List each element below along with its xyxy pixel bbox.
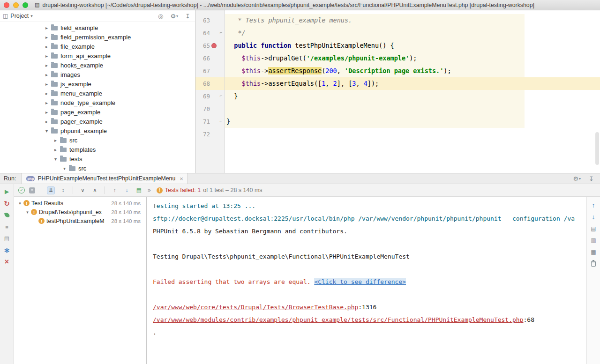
show-passed-button[interactable]: ✓ — [18, 187, 25, 193]
chevron-right-icon[interactable]: ▸ — [52, 138, 59, 143]
chevron-right-icon[interactable]: ▸ — [52, 147, 59, 152]
run-tab[interactable]: php PHPUnitExampleMenuTest.testPhpUnitEx… — [22, 173, 188, 184]
code-token: * Tests phpunit_example menus. — [226, 16, 352, 24]
chevron-right-icon[interactable]: ▸ — [44, 119, 50, 124]
clear-console-button[interactable] — [589, 260, 598, 267]
test-tree-item[interactable]: ▾!Test Results28 s 140 ms — [14, 199, 146, 208]
toggle-auto-test-button[interactable] — [3, 211, 11, 219]
tree-item-images[interactable]: ▸images — [0, 70, 195, 79]
editor-gutter: 71⌐ — [195, 115, 225, 128]
pin-tab-button[interactable]: ∗ — [3, 246, 11, 254]
main-area: ◫ Project ▾ ◎⚙▾↧ ▸field_example▸field_pe… — [0, 10, 600, 173]
close-button[interactable]: × — [3, 258, 11, 266]
print-button[interactable]: ▦ — [589, 248, 598, 256]
chevron-right-icon[interactable]: ▸ — [44, 63, 50, 68]
chevron-right-icon[interactable]: ▸ — [44, 35, 50, 40]
fold-marker-icon[interactable]: ⌐ — [220, 115, 222, 128]
sort-alphabetically-button[interactable]: ↕ — [59, 186, 67, 194]
previous-failed-test-button[interactable]: ↑ — [111, 186, 119, 194]
chevron-right-icon[interactable]: ▸ — [44, 53, 50, 59]
locate-file-icon[interactable]: ◎ — [158, 13, 163, 20]
folder-icon — [60, 138, 67, 143]
editor-gutter: 72 — [195, 128, 225, 141]
tree-item-tests[interactable]: ▾tests — [0, 154, 195, 163]
rerun-button[interactable]: ▶ — [3, 188, 11, 195]
chevron-down-icon[interactable]: ▾ — [61, 166, 68, 171]
down-the-stack-trace-button[interactable]: ↓ — [589, 213, 598, 221]
expand-all-button[interactable]: ∨ — [79, 186, 87, 194]
tree-item-field_permission_example[interactable]: ▸field_permission_example — [0, 32, 195, 42]
show-ignored-button[interactable]: ≡ — [29, 187, 35, 193]
project-tree[interactable]: ▸field_example▸field_permission_example▸… — [0, 22, 195, 173]
sort-by-duration-button[interactable]: ⇊ — [47, 186, 55, 194]
fold-marker-icon[interactable]: ⌐ — [220, 90, 222, 103]
code-token: ); — [409, 54, 417, 62]
chevron-right-icon[interactable]: ▸ — [44, 44, 50, 49]
tree-item-menu_example[interactable]: ▸menu_example — [0, 89, 195, 98]
next-failed-test-button[interactable]: ↓ — [123, 186, 131, 194]
tree-item-src[interactable]: ▾src — [0, 163, 195, 173]
console-text: :1316 — [358, 304, 376, 311]
code-token: } — [226, 92, 238, 100]
chevron-right-icon[interactable]: ▸ — [44, 100, 50, 105]
restore-layout-button[interactable]: ▤ — [3, 235, 11, 242]
fold-marker-icon[interactable]: ⌐ — [220, 27, 222, 39]
tree-item-pager_example[interactable]: ▸pager_example — [0, 117, 195, 126]
tree-item-node_type_example[interactable]: ▸node_type_example — [0, 98, 195, 107]
chevron-down-icon[interactable]: ▾ — [44, 128, 50, 134]
chevron-right-icon[interactable]: ▸ — [44, 82, 50, 87]
import-test-results-button[interactable]: ▥ — [589, 237, 598, 244]
collapse-all-button[interactable]: ∧ — [91, 186, 99, 194]
export-test-results-button[interactable]: ▤ — [589, 225, 598, 232]
up-the-stack-trace-button[interactable]: ↑ — [589, 201, 598, 209]
project-title[interactable]: Project ▾ — [10, 13, 32, 19]
more-icons-chevron[interactable]: » — [148, 187, 151, 193]
file-link[interactable]: /var/www/web/core/tests/Drupal/Tests/Bro… — [153, 304, 358, 311]
line-number: 72 — [195, 128, 210, 141]
chevron-down-icon[interactable]: ▾ — [17, 201, 23, 206]
import-test-results-button[interactable]: ▤ — [135, 186, 143, 194]
tree-item-js_example[interactable]: ▸js_example — [0, 79, 195, 89]
tree-item-page_example[interactable]: ▸page_example — [0, 107, 195, 117]
test-tree-item[interactable]: !testPhpUnitExampleM28 s 140 ms — [14, 216, 146, 225]
chevron-down-icon[interactable]: ▾ — [52, 156, 59, 162]
stop-button[interactable]: ■ — [3, 223, 11, 230]
settings-gear-icon[interactable]: ⚙▾ — [170, 13, 178, 20]
file-link[interactable]: /var/www/web/modules/contrib/examples/ph… — [153, 316, 524, 323]
tree-item-templates[interactable]: ▸templates — [0, 145, 195, 154]
see-difference-link[interactable]: <Click to see difference> — [314, 278, 406, 285]
test-tree-item[interactable]: ▾!Drupal\Tests\phpunit_ex28 s 140 ms — [14, 208, 146, 216]
code-text — [225, 128, 600, 141]
test-tree[interactable]: ▾!Test Results28 s 140 ms▾!Drupal\Tests\… — [14, 197, 147, 364]
zoom-window-button[interactable] — [22, 2, 28, 8]
test-failed-gutter-icon[interactable] — [211, 43, 217, 48]
close-tab-icon[interactable]: × — [180, 176, 183, 182]
php-file-icon: php — [26, 176, 35, 181]
console-line — [153, 263, 586, 275]
chevron-right-icon[interactable]: ▸ — [44, 72, 50, 77]
editor-scrollbar[interactable] — [595, 132, 599, 165]
tree-item-src[interactable]: ▸src — [0, 135, 195, 145]
hide-toolwindow-icon[interactable]: ↧ — [589, 175, 594, 182]
code-token: testPhpUnitExampleMenu() { — [291, 42, 394, 49]
code-token: } — [226, 118, 230, 125]
code-token — [226, 67, 242, 74]
tree-item-field_example[interactable]: ▸field_example — [0, 23, 195, 32]
editor-line: 70 — [195, 103, 600, 115]
tree-item-file_example[interactable]: ▸file_example — [0, 42, 195, 51]
chevron-down-icon[interactable]: ▾ — [24, 210, 30, 215]
code-text: $this->assertResponse(200, 'Description … — [225, 65, 600, 77]
chevron-right-icon[interactable]: ▸ — [44, 110, 50, 115]
tree-item-form_api_example[interactable]: ▸form_api_example — [0, 51, 195, 60]
close-window-button[interactable] — [4, 2, 9, 8]
rerun-failed-tests-button[interactable]: ↻ — [3, 200, 11, 207]
hide-panel-icon[interactable]: ↧ — [185, 13, 190, 20]
chevron-right-icon[interactable]: ▸ — [44, 25, 50, 30]
chevron-right-icon[interactable]: ▸ — [44, 91, 50, 96]
tree-item-hooks_example[interactable]: ▸hooks_example — [0, 60, 195, 70]
console-output[interactable]: Testing started at 13:25 ...sftp://docke… — [147, 197, 586, 364]
minimize-window-button[interactable] — [13, 2, 19, 8]
settings-gear-icon[interactable]: ⚙▾ — [573, 175, 581, 182]
code-editor[interactable]: 63 * Tests phpunit_example menus.64⌐ */6… — [195, 10, 600, 173]
tree-item-phpunit_example[interactable]: ▾phpunit_example — [0, 126, 195, 135]
